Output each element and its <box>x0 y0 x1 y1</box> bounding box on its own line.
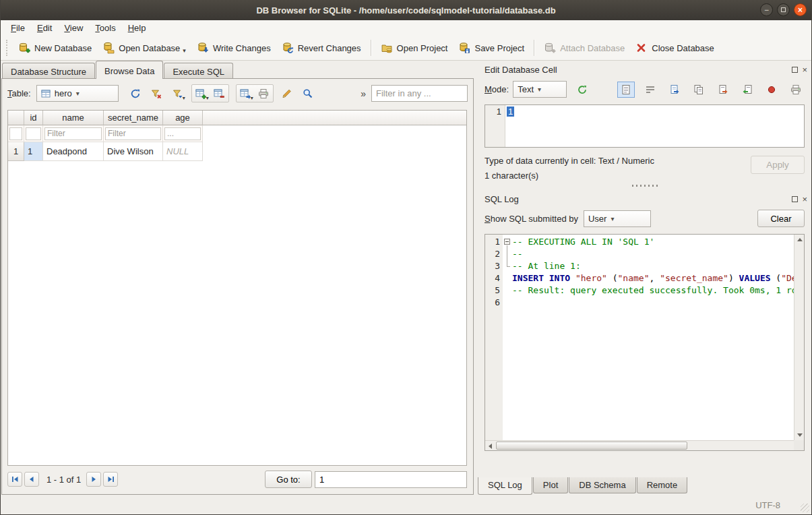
export-cell-button[interactable] <box>714 82 732 98</box>
mode-select[interactable]: Text ▾ <box>513 81 567 98</box>
scroll-up-icon[interactable] <box>797 238 803 241</box>
cell-editor[interactable]: 1 1 <box>485 104 805 148</box>
write-changes-button[interactable]: Write Changes <box>191 38 276 57</box>
column-header-secret-name[interactable]: secret_name <box>104 111 163 125</box>
text-mode-button[interactable] <box>617 82 635 98</box>
sql-log-editor[interactable]: 123456 -- EXECUTING ALL IN 'SQL 1'---- A… <box>485 234 805 451</box>
titlebar[interactable]: DB Browser for SQLite - /home/user/code/… <box>1 0 811 20</box>
dock-close-icon[interactable]: × <box>802 195 807 204</box>
toolbar-grip[interactable] <box>6 40 10 56</box>
close-database-button[interactable]: Close Database <box>630 38 720 57</box>
tab-plot[interactable]: Plot <box>533 477 568 493</box>
delete-record-button[interactable] <box>210 85 228 102</box>
grid-corner[interactable] <box>8 111 24 125</box>
cell-secret-name[interactable]: Dive Wilson <box>104 142 163 161</box>
table-select[interactable]: hero ▾ <box>36 85 119 102</box>
vertical-scrollbar[interactable] <box>794 235 804 440</box>
minimize-button[interactable]: − <box>760 3 773 16</box>
menu-help[interactable]: Help <box>122 21 152 35</box>
clear-log-button[interactable]: Clear <box>757 210 805 227</box>
last-record-button[interactable] <box>103 472 118 487</box>
tab-remote[interactable]: Remote <box>637 477 688 493</box>
export-table-button[interactable]: ▾ <box>237 85 255 102</box>
menu-tools[interactable]: Tools <box>89 21 121 35</box>
clear-filters-button[interactable] <box>148 85 166 102</box>
column-header-name[interactable]: name <box>43 111 104 125</box>
open-in-editor-button[interactable] <box>666 82 683 98</box>
first-record-button[interactable] <box>7 472 22 487</box>
filter-any-column-input[interactable] <box>371 85 468 102</box>
filter-input-id[interactable] <box>26 127 41 140</box>
cell-id[interactable]: 1 <box>24 142 43 161</box>
menu-file[interactable]: File <box>5 21 31 35</box>
previous-record-icon <box>28 475 35 485</box>
filter-input-name[interactable] <box>44 127 102 140</box>
new-database-button[interactable]: New Database <box>13 38 97 57</box>
set-null-button[interactable] <box>763 82 780 98</box>
row-number[interactable]: 1 <box>8 142 24 161</box>
write-changes-icon <box>197 42 209 54</box>
tab-browse-data[interactable]: Browse Data <box>96 61 163 79</box>
refresh-cell-button[interactable] <box>573 82 591 98</box>
sql-source-select[interactable]: User ▾ <box>584 210 651 227</box>
print-cell-button[interactable] <box>787 82 805 98</box>
refresh-button[interactable] <box>127 85 145 102</box>
previous-record-button[interactable] <box>24 472 39 487</box>
cell-age[interactable]: NULL <box>163 142 203 161</box>
horizontal-scrollbar[interactable] <box>485 440 794 450</box>
copy-icon <box>693 84 705 96</box>
main-toolbar: New Database Open Database ▾ Write Chang… <box>1 36 811 61</box>
open-database-dropdown-icon[interactable]: ▾ <box>183 47 186 54</box>
toolbar-overflow-chevron[interactable]: » <box>358 88 369 99</box>
dock-float-icon[interactable] <box>792 196 798 202</box>
dock-close-icon[interactable]: × <box>802 65 807 74</box>
goto-record-input[interactable] <box>315 471 467 488</box>
cell-name[interactable]: Deadpond <box>43 142 104 161</box>
save-project-button[interactable]: Save Project <box>453 38 530 57</box>
dropdown-indicator-icon: ▾ <box>251 95 253 101</box>
data-grid[interactable]: id name secret_name age 1 1 <box>7 110 467 466</box>
tab-sql-log[interactable]: SQL Log <box>478 477 532 495</box>
table-icon <box>41 89 51 98</box>
cell-editor-content[interactable]: 1 <box>507 107 514 117</box>
menu-view[interactable]: View <box>58 21 89 35</box>
sql-log-controls: Show SQL submitted by User ▾ Clear <box>478 206 811 230</box>
tab-db-schema[interactable]: DB Schema <box>569 477 635 493</box>
close-button[interactable]: × <box>794 3 807 16</box>
filter-input-age[interactable] <box>164 127 201 140</box>
column-header-id[interactable]: id <box>24 111 43 125</box>
dock-float-icon[interactable] <box>792 67 798 73</box>
scrollbar-thumb[interactable] <box>496 442 687 450</box>
filter-input-secret-name[interactable] <box>105 127 161 140</box>
open-project-button[interactable]: Open Project <box>375 38 454 57</box>
print-table-button[interactable] <box>255 85 273 102</box>
menu-edit[interactable]: Edit <box>31 21 58 35</box>
insert-record-button[interactable]: ▾ <box>192 85 210 102</box>
fold-marker-icon[interactable] <box>504 239 510 245</box>
maximize-button[interactable] <box>777 3 790 16</box>
edit-cell-button[interactable] <box>278 85 296 102</box>
word-wrap-button[interactable] <box>642 82 659 98</box>
new-database-icon <box>18 42 30 54</box>
size-grip[interactable] <box>801 504 809 512</box>
filter-row-header[interactable] <box>9 127 22 140</box>
scroll-down-icon[interactable] <box>797 433 803 437</box>
find-button[interactable] <box>299 85 317 102</box>
next-record-button[interactable] <box>86 472 101 487</box>
open-project-icon <box>381 42 393 54</box>
open-database-button[interactable]: Open Database ▾ <box>97 38 191 57</box>
column-header-age[interactable]: age <box>163 111 203 125</box>
save-filters-button[interactable]: ▾ <box>168 85 187 102</box>
right-panel: Edit Database Cell × Mode: Text ▾ <box>478 61 811 477</box>
import-cell-button[interactable] <box>739 82 756 98</box>
copy-cell-button[interactable] <box>690 82 708 98</box>
goto-button[interactable]: Go to: <box>265 471 312 488</box>
scroll-left-icon[interactable] <box>489 444 492 449</box>
tab-database-structure[interactable]: Database Structure <box>2 63 95 79</box>
dropdown-indicator-icon: ▾ <box>183 95 185 101</box>
splitter-handle[interactable] <box>478 181 811 190</box>
sql-log-lines[interactable]: -- EXECUTING ALL IN 'SQL 1'---- At line … <box>512 235 794 440</box>
tab-execute-sql[interactable]: Execute SQL <box>164 63 233 79</box>
save-filters-icon <box>171 88 183 100</box>
revert-changes-button[interactable]: Revert Changes <box>276 38 367 57</box>
